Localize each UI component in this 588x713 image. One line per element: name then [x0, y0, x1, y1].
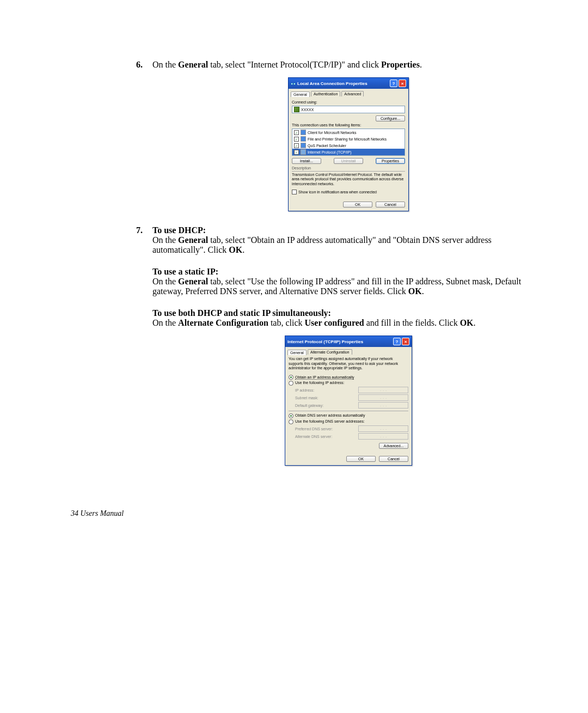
- list-item-selected[interactable]: ✓ Internet Protocol (TCP/IP): [292, 149, 405, 155]
- t: On the: [152, 235, 178, 245]
- properties-button[interactable]: Properties: [376, 158, 405, 164]
- dialog1-body: Connect using: XXXXX Configure... This c…: [289, 96, 408, 199]
- t: On the: [152, 277, 178, 286]
- t: .: [474, 318, 476, 327]
- t: Alternate Configuration: [178, 318, 268, 327]
- tcpip-properties-dialog: Internet Protocol (TCP/IP) Properties ? …: [285, 336, 412, 466]
- radio-use-following-dns[interactable]: Use the following DNS server addresses:: [289, 419, 408, 424]
- step-7-heading-static: To use a static IP:: [152, 267, 544, 277]
- item-label: File and Printer Sharing for Microsoft N…: [308, 137, 387, 141]
- radio-label: Obtain an IP address automatically: [295, 375, 354, 380]
- show-icon-label: Show icon in notification area when conn…: [298, 190, 377, 194]
- configure-button[interactable]: Configure...: [376, 115, 405, 121]
- step-7-number: 7.: [136, 226, 152, 477]
- close-button[interactable]: ×: [402, 338, 409, 345]
- t: tab, click: [268, 318, 305, 327]
- t: General: [178, 235, 208, 245]
- tab-general[interactable]: General: [287, 350, 307, 355]
- step-6-body: On the General tab, select "Internet Pro…: [152, 60, 544, 222]
- default-gateway-field[interactable]: . . .: [358, 402, 408, 409]
- radio-label: Use the following DNS server addresses:: [295, 420, 365, 424]
- step-7-para-2: On the General tab, select "Use the foll…: [152, 277, 544, 296]
- lan-properties-dialog: Local Area Connection Properties ? × Gen…: [288, 77, 409, 211]
- t: OK: [408, 287, 422, 296]
- help-button[interactable]: ?: [393, 338, 401, 345]
- radio-obtain-dns-auto[interactable]: Obtain DNS server address automatically: [289, 413, 408, 418]
- preferred-dns-field[interactable]: . . .: [358, 425, 408, 432]
- alternate-dns-label: Alternate DNS server:: [295, 435, 332, 438]
- list-item[interactable]: ✓ File and Printer Sharing for Microsoft…: [292, 136, 405, 142]
- dialog2-tabs: General Alternate Configuration: [285, 347, 412, 355]
- nic-icon: [294, 107, 299, 112]
- install-button[interactable]: Install...: [292, 158, 321, 164]
- svg-rect-1: [293, 83, 295, 84]
- radio-obtain-ip-auto[interactable]: Obtain an IP address automatically: [289, 375, 408, 380]
- step-6-text-a: On the: [152, 60, 178, 69]
- checkbox-icon[interactable]: ✓: [294, 130, 299, 135]
- t: User configured: [305, 318, 364, 327]
- alternate-dns-field[interactable]: . . .: [358, 433, 408, 440]
- ok-button[interactable]: OK: [343, 202, 372, 208]
- uninstall-button[interactable]: Uninstall: [334, 158, 363, 164]
- dialog2-intro: You can get IP settings assigned automat…: [289, 357, 408, 370]
- svg-rect-0: [291, 83, 293, 84]
- advanced-button[interactable]: Advanced...: [379, 443, 408, 449]
- manual-page: 6. On the General tab, select "Internet …: [0, 0, 588, 551]
- t: .: [242, 245, 244, 254]
- step-6: 6. On the General tab, select "Internet …: [136, 60, 544, 222]
- step-6-text-c: .: [420, 60, 422, 69]
- ip-address-label: IP address:: [295, 388, 314, 392]
- step-7-para-3: On the Alternate Configuration tab, clic…: [152, 318, 544, 328]
- item-label: Internet Protocol (TCP/IP): [308, 150, 352, 154]
- show-icon-checkbox[interactable]: ✓: [292, 190, 297, 194]
- tab-general[interactable]: General: [291, 92, 310, 97]
- description-text: Transmission Control Protocol/Internet P…: [292, 173, 405, 186]
- subnet-mask-field[interactable]: . . .: [358, 394, 408, 401]
- t: .: [422, 287, 424, 296]
- radio-label: Use the following IP address:: [295, 381, 345, 385]
- qos-icon: [301, 143, 306, 148]
- list-item[interactable]: ✓ QoS Packet Scheduler: [292, 142, 405, 149]
- step-7: 7. To use DHCP: On the General tab, sele…: [136, 226, 544, 477]
- cancel-button[interactable]: Cancel: [379, 456, 408, 462]
- help-button[interactable]: ?: [390, 80, 397, 87]
- step-6-bold-2: Properties: [381, 60, 420, 69]
- radio-use-following-ip[interactable]: Use the following IP address:: [289, 381, 408, 386]
- t: and fill in the fields. Click: [364, 318, 460, 327]
- step-7-para-1: On the General tab, select "Obtain an IP…: [152, 235, 544, 255]
- connect-using-label: Connect using:: [292, 100, 405, 104]
- tab-authentication[interactable]: Authentication: [311, 91, 340, 96]
- ip-address-field[interactable]: . . .: [358, 387, 408, 393]
- step-7-body: To use DHCP: On the General tab, select …: [152, 226, 544, 477]
- list-item[interactable]: ✓ Client for Microsoft Networks: [292, 129, 405, 136]
- tab-advanced[interactable]: Advanced: [341, 91, 364, 96]
- page-footer: 34 Users Manual: [71, 509, 544, 518]
- default-gateway-label: Default gateway:: [295, 404, 323, 407]
- checkbox-icon[interactable]: ✓: [294, 143, 299, 148]
- dialog1-button-row: OK Cancel: [289, 199, 408, 211]
- t: OK: [229, 245, 242, 254]
- dialog1-titlebar[interactable]: Local Area Connection Properties ? ×: [289, 78, 408, 89]
- dialog1-title: Local Area Connection Properties: [297, 81, 367, 86]
- ok-button[interactable]: OK: [346, 456, 376, 462]
- client-icon: [301, 130, 306, 135]
- subnet-mask-label: Subnet mask:: [295, 396, 318, 400]
- dialog2-titlebar[interactable]: Internet Protocol (TCP/IP) Properties ? …: [285, 336, 412, 347]
- radio-label: Obtain DNS server address automatically: [295, 414, 365, 418]
- tcpip-icon: [301, 149, 306, 155]
- dialog2-button-row: OK Cancel: [285, 454, 412, 465]
- checkbox-icon[interactable]: ✓: [294, 137, 299, 142]
- step-6-number: 6.: [136, 60, 152, 222]
- adapter-field[interactable]: XXXXX: [292, 106, 405, 113]
- close-button[interactable]: ×: [399, 80, 406, 87]
- t: General: [178, 277, 208, 286]
- cancel-button[interactable]: Cancel: [376, 202, 405, 208]
- dialog1-tabs: General Authentication Advanced: [289, 89, 408, 96]
- step-6-bold-1: General: [178, 60, 208, 69]
- items-listbox[interactable]: ✓ Client for Microsoft Networks ✓ File a…: [292, 129, 405, 156]
- checkbox-icon[interactable]: ✓: [294, 150, 299, 155]
- preferred-dns-label: Preferred DNS server:: [295, 427, 333, 431]
- t: tab, select "Use the following IP addres…: [152, 277, 521, 296]
- description-legend: Description: [292, 166, 405, 170]
- tab-alternate-configuration[interactable]: Alternate Configuration: [308, 349, 352, 355]
